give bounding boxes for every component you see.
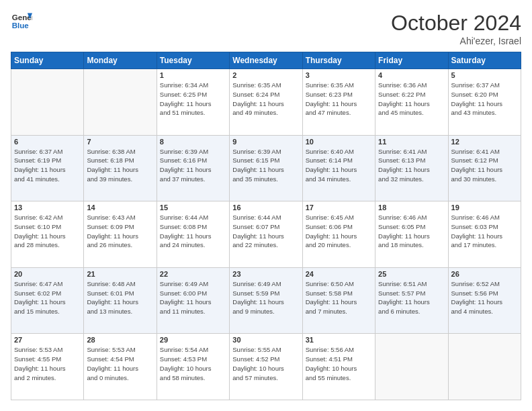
day-number: 18 bbox=[378, 203, 445, 212]
day-info: Sunrise: 6:45 AM Sunset: 6:06 PM Dayligh… bbox=[306, 213, 372, 250]
calendar-week-row: 27Sunrise: 5:53 AM Sunset: 4:55 PM Dayli… bbox=[11, 334, 521, 400]
day-info: Sunrise: 6:35 AM Sunset: 6:23 PM Dayligh… bbox=[306, 81, 372, 118]
calendar-table: Sunday Monday Tuesday Wednesday Thursday… bbox=[11, 52, 521, 400]
table-row: 10Sunrise: 6:40 AM Sunset: 6:14 PM Dayli… bbox=[302, 135, 375, 201]
table-row: 29Sunrise: 5:54 AM Sunset: 4:53 PM Dayli… bbox=[157, 334, 229, 400]
day-number: 25 bbox=[378, 270, 445, 278]
table-row: 4Sunrise: 6:36 AM Sunset: 6:22 PM Daylig… bbox=[375, 69, 448, 136]
day-info: Sunrise: 6:43 AM Sunset: 6:09 PM Dayligh… bbox=[87, 213, 153, 250]
day-info: Sunrise: 6:48 AM Sunset: 6:01 PM Dayligh… bbox=[87, 279, 153, 316]
day-number: 3 bbox=[306, 71, 372, 79]
day-number: 6 bbox=[14, 138, 81, 146]
table-row bbox=[84, 69, 157, 136]
day-info: Sunrise: 6:40 AM Sunset: 6:14 PM Dayligh… bbox=[306, 147, 372, 184]
calendar-week-row: 20Sunrise: 6:47 AM Sunset: 6:02 PM Dayli… bbox=[11, 267, 521, 334]
day-number: 22 bbox=[160, 270, 226, 278]
table-row: 9Sunrise: 6:39 AM Sunset: 6:15 PM Daylig… bbox=[230, 135, 302, 201]
month-title: October 2024 bbox=[391, 11, 521, 36]
day-info: Sunrise: 6:36 AM Sunset: 6:22 PM Dayligh… bbox=[378, 81, 445, 118]
calendar-week-row: 1Sunrise: 6:34 AM Sunset: 6:25 PM Daylig… bbox=[11, 69, 521, 136]
title-block: October 2024 Ahi'ezer, Israel bbox=[391, 11, 521, 46]
header-row: Sunday Monday Tuesday Wednesday Thursday… bbox=[11, 52, 521, 69]
col-sunday: Sunday bbox=[11, 52, 84, 69]
day-info: Sunrise: 6:35 AM Sunset: 6:24 PM Dayligh… bbox=[232, 81, 299, 118]
table-row: 5Sunrise: 6:37 AM Sunset: 6:20 PM Daylig… bbox=[448, 69, 521, 136]
table-row bbox=[11, 69, 84, 136]
day-number: 24 bbox=[306, 270, 372, 278]
day-number: 26 bbox=[451, 270, 518, 278]
day-number: 2 bbox=[232, 71, 299, 79]
table-row bbox=[448, 334, 521, 400]
day-number: 8 bbox=[160, 138, 226, 146]
day-number: 21 bbox=[87, 270, 153, 278]
day-number: 30 bbox=[232, 336, 299, 344]
day-info: Sunrise: 5:53 AM Sunset: 4:55 PM Dayligh… bbox=[14, 345, 81, 382]
day-number: 10 bbox=[306, 138, 372, 146]
day-info: Sunrise: 6:41 AM Sunset: 6:13 PM Dayligh… bbox=[378, 147, 445, 184]
day-number: 9 bbox=[232, 138, 299, 146]
col-wednesday: Wednesday bbox=[230, 52, 302, 69]
day-number: 17 bbox=[306, 203, 372, 212]
day-number: 7 bbox=[87, 138, 153, 146]
day-info: Sunrise: 6:51 AM Sunset: 5:57 PM Dayligh… bbox=[378, 279, 445, 316]
table-row: 3Sunrise: 6:35 AM Sunset: 6:23 PM Daylig… bbox=[302, 69, 375, 136]
table-row: 19Sunrise: 6:46 AM Sunset: 6:03 PM Dayli… bbox=[448, 201, 521, 268]
page: General Blue October 2024 Ahi'ezer, Isra… bbox=[0, 0, 532, 411]
table-row: 24Sunrise: 6:50 AM Sunset: 5:58 PM Dayli… bbox=[302, 267, 375, 334]
day-info: Sunrise: 6:42 AM Sunset: 6:10 PM Dayligh… bbox=[14, 213, 81, 250]
day-info: Sunrise: 5:54 AM Sunset: 4:53 PM Dayligh… bbox=[160, 345, 226, 382]
table-row: 11Sunrise: 6:41 AM Sunset: 6:13 PM Dayli… bbox=[375, 135, 448, 201]
table-row: 14Sunrise: 6:43 AM Sunset: 6:09 PM Dayli… bbox=[84, 201, 157, 268]
col-thursday: Thursday bbox=[302, 52, 375, 69]
col-friday: Friday bbox=[375, 52, 448, 69]
table-row: 12Sunrise: 6:41 AM Sunset: 6:12 PM Dayli… bbox=[448, 135, 521, 201]
table-row: 8Sunrise: 6:39 AM Sunset: 6:16 PM Daylig… bbox=[157, 135, 229, 201]
day-number: 20 bbox=[14, 270, 81, 278]
day-number: 4 bbox=[378, 71, 445, 79]
day-info: Sunrise: 6:46 AM Sunset: 6:03 PM Dayligh… bbox=[451, 213, 518, 250]
day-info: Sunrise: 6:44 AM Sunset: 6:08 PM Dayligh… bbox=[160, 213, 226, 250]
table-row: 25Sunrise: 6:51 AM Sunset: 5:57 PM Dayli… bbox=[375, 267, 448, 334]
day-info: Sunrise: 6:37 AM Sunset: 6:20 PM Dayligh… bbox=[451, 81, 518, 118]
day-info: Sunrise: 6:44 AM Sunset: 6:07 PM Dayligh… bbox=[232, 213, 299, 250]
table-row: 22Sunrise: 6:49 AM Sunset: 6:00 PM Dayli… bbox=[157, 267, 229, 334]
day-info: Sunrise: 6:41 AM Sunset: 6:12 PM Dayligh… bbox=[451, 147, 518, 184]
table-row: 2Sunrise: 6:35 AM Sunset: 6:24 PM Daylig… bbox=[230, 69, 302, 136]
svg-text:Blue: Blue bbox=[12, 21, 30, 30]
header: General Blue October 2024 Ahi'ezer, Isra… bbox=[11, 11, 521, 46]
day-info: Sunrise: 6:34 AM Sunset: 6:25 PM Dayligh… bbox=[160, 81, 226, 118]
day-number: 14 bbox=[87, 203, 153, 212]
table-row: 6Sunrise: 6:37 AM Sunset: 6:19 PM Daylig… bbox=[11, 135, 84, 201]
table-row: 31Sunrise: 5:56 AM Sunset: 4:51 PM Dayli… bbox=[302, 334, 375, 400]
logo: General Blue bbox=[11, 11, 32, 32]
day-number: 16 bbox=[232, 203, 299, 212]
calendar-week-row: 6Sunrise: 6:37 AM Sunset: 6:19 PM Daylig… bbox=[11, 135, 521, 201]
table-row: 18Sunrise: 6:46 AM Sunset: 6:05 PM Dayli… bbox=[375, 201, 448, 268]
table-row: 13Sunrise: 6:42 AM Sunset: 6:10 PM Dayli… bbox=[11, 201, 84, 268]
table-row bbox=[375, 334, 448, 400]
day-info: Sunrise: 5:55 AM Sunset: 4:52 PM Dayligh… bbox=[232, 345, 299, 382]
day-info: Sunrise: 6:49 AM Sunset: 6:00 PM Dayligh… bbox=[160, 279, 226, 316]
day-info: Sunrise: 6:37 AM Sunset: 6:19 PM Dayligh… bbox=[14, 147, 81, 184]
location: Ahi'ezer, Israel bbox=[391, 36, 521, 46]
day-number: 13 bbox=[14, 203, 81, 212]
table-row: 30Sunrise: 5:55 AM Sunset: 4:52 PM Dayli… bbox=[230, 334, 302, 400]
day-info: Sunrise: 6:49 AM Sunset: 5:59 PM Dayligh… bbox=[232, 279, 299, 316]
day-number: 5 bbox=[451, 71, 518, 79]
day-info: Sunrise: 5:53 AM Sunset: 4:54 PM Dayligh… bbox=[87, 345, 153, 382]
day-number: 23 bbox=[232, 270, 299, 278]
table-row: 1Sunrise: 6:34 AM Sunset: 6:25 PM Daylig… bbox=[157, 69, 229, 136]
day-info: Sunrise: 6:39 AM Sunset: 6:16 PM Dayligh… bbox=[160, 147, 226, 184]
day-info: Sunrise: 6:47 AM Sunset: 6:02 PM Dayligh… bbox=[14, 279, 81, 316]
table-row: 17Sunrise: 6:45 AM Sunset: 6:06 PM Dayli… bbox=[302, 201, 375, 268]
day-number: 27 bbox=[14, 336, 81, 344]
day-number: 31 bbox=[306, 336, 372, 344]
day-info: Sunrise: 6:46 AM Sunset: 6:05 PM Dayligh… bbox=[378, 213, 445, 250]
col-monday: Monday bbox=[84, 52, 157, 69]
day-number: 19 bbox=[451, 203, 518, 212]
day-number: 1 bbox=[160, 71, 226, 79]
table-row: 7Sunrise: 6:38 AM Sunset: 6:18 PM Daylig… bbox=[84, 135, 157, 201]
day-info: Sunrise: 6:38 AM Sunset: 6:18 PM Dayligh… bbox=[87, 147, 153, 184]
calendar-week-row: 13Sunrise: 6:42 AM Sunset: 6:10 PM Dayli… bbox=[11, 201, 521, 268]
table-row: 21Sunrise: 6:48 AM Sunset: 6:01 PM Dayli… bbox=[84, 267, 157, 334]
